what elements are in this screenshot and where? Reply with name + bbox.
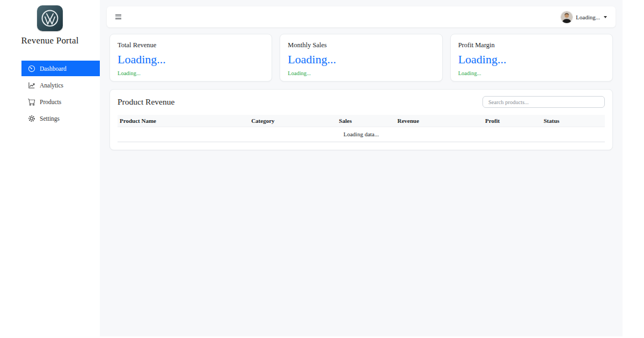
table-loading-cell: Loading data... bbox=[118, 127, 605, 142]
stat-card-monthly-sales: Monthly Sales Loading... Loading... bbox=[280, 34, 442, 82]
user-menu[interactable]: Loading... bbox=[561, 11, 607, 23]
hamburger-icon[interactable] bbox=[115, 14, 121, 19]
stat-card-subtext: Loading... bbox=[118, 70, 264, 76]
column-category: Category bbox=[249, 115, 336, 127]
stat-card-title: Monthly Sales bbox=[288, 41, 434, 49]
sidebar-item-dashboard[interactable]: Dashboard bbox=[21, 61, 100, 76]
panel-header: Product Revenue bbox=[118, 96, 605, 108]
graph-icon bbox=[28, 82, 35, 89]
cart-icon bbox=[28, 98, 35, 106]
user-menu-label: Loading... bbox=[576, 14, 600, 20]
vw-logo bbox=[37, 5, 63, 31]
stat-card-subtext: Loading... bbox=[288, 70, 434, 76]
search-input[interactable] bbox=[482, 96, 605, 108]
column-sales: Sales bbox=[337, 115, 396, 127]
stat-card-value: Loading... bbox=[118, 53, 264, 66]
column-profit: Profit bbox=[483, 115, 541, 127]
sidebar-item-products[interactable]: Products bbox=[21, 94, 100, 109]
speedometer-icon bbox=[28, 65, 35, 72]
stat-card-total-revenue: Total Revenue Loading... Loading... bbox=[109, 34, 272, 82]
column-product-name: Product Name bbox=[118, 115, 249, 127]
sidebar-item-label: Analytics bbox=[40, 82, 63, 89]
product-table: Product Name Category Sales Revenue Prof… bbox=[118, 115, 605, 142]
sidebar-item-label: Dashboard bbox=[40, 65, 67, 72]
topbar: Loading... bbox=[107, 6, 616, 27]
sidebar-item-label: Products bbox=[40, 99, 61, 105]
stat-card-profit-margin: Profit Margin Loading... Loading... bbox=[450, 34, 613, 82]
sidebar-item-label: Settings bbox=[40, 115, 60, 122]
stat-card-subtext: Loading... bbox=[458, 70, 605, 76]
product-revenue-panel: Product Revenue Product Name Category Sa… bbox=[109, 89, 613, 150]
table-row: Loading data... bbox=[118, 127, 605, 142]
stat-card-title: Profit Margin bbox=[458, 41, 605, 49]
stat-card-value: Loading... bbox=[458, 53, 605, 66]
panel-title: Product Revenue bbox=[118, 97, 174, 107]
column-status: Status bbox=[541, 115, 605, 127]
caret-down-icon bbox=[604, 16, 607, 18]
vw-logo-icon bbox=[39, 7, 61, 30]
sidebar-item-settings[interactable]: Settings bbox=[21, 111, 100, 126]
stat-card-title: Total Revenue bbox=[118, 41, 264, 49]
table-header-row: Product Name Category Sales Revenue Prof… bbox=[118, 115, 605, 127]
gear-icon bbox=[28, 115, 35, 122]
sidebar-nav: Dashboard Analytics Products bbox=[21, 61, 100, 126]
column-revenue: Revenue bbox=[396, 115, 483, 127]
sidebar: Revenue Portal Dashboard Analytics bbox=[0, 0, 100, 338]
main-content: Loading... Total Revenue Loading... Load… bbox=[100, 0, 623, 336]
brand-title: Revenue Portal bbox=[0, 35, 100, 46]
stat-cards-row: Total Revenue Loading... Loading... Mont… bbox=[109, 34, 613, 82]
user-avatar bbox=[561, 11, 573, 23]
stat-card-value: Loading... bbox=[288, 53, 434, 66]
sidebar-item-analytics[interactable]: Analytics bbox=[21, 77, 100, 93]
